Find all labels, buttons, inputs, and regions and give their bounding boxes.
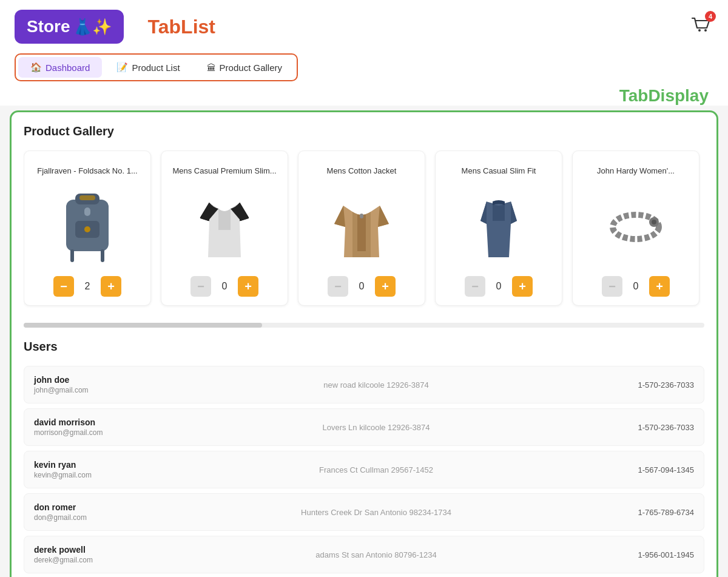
header: Store 👗✨ TabList 4 [0, 0, 728, 53]
product-image-1 [185, 187, 264, 266]
product-card-4: John Hardy Women'... − 0 + [572, 150, 699, 306]
user-name-3: don romer [34, 502, 143, 512]
tab-product-list-label: Product List [132, 62, 180, 73]
plus-btn-0[interactable]: + [101, 276, 121, 297]
user-email-2: kevin@gmail.com [34, 471, 143, 479]
product-image-2 [322, 187, 401, 266]
product-name-3: Mens Casual Slim Fit [462, 160, 536, 181]
user-email-1: morrison@gmail.com [34, 428, 143, 437]
user-phone-3: 1-765-789-6734 [609, 508, 694, 517]
product-list-icon: 📝 [116, 62, 128, 73]
tab-product-gallery-label: Product Gallery [220, 62, 282, 73]
minus-btn-4[interactable]: − [602, 276, 622, 297]
tab-display-label: TabDisplay [0, 81, 728, 106]
user-row-0: john doe john@gmail.com new road kilcool… [24, 366, 704, 403]
tab-product-list[interactable]: 📝 Product List [104, 57, 192, 78]
qty-value-1: 0 [217, 281, 232, 292]
users-section: Users john doe john@gmail.com new road k… [24, 340, 704, 577]
product-image-3 [459, 187, 538, 266]
user-info-4: derek powell derek@gmail.com [34, 545, 143, 564]
tab-product-gallery[interactable]: 🏛 Product Gallery [195, 57, 294, 78]
user-phone-2: 1-567-094-1345 [609, 465, 694, 474]
user-info-0: john doe john@gmail.com [34, 375, 143, 394]
user-row-4: derek powell derek@gmail.com adams St sa… [24, 536, 704, 573]
gallery-section: Product Gallery Fjallraven - Foldsack No… [24, 124, 704, 328]
user-phone-0: 1-570-236-7033 [609, 380, 694, 390]
tab-nav: 🏠 Dashboard 📝 Product List 🏛 Product Gal… [15, 53, 298, 81]
user-info-3: don romer don@gmail.com [34, 502, 143, 522]
plus-btn-2[interactable]: + [375, 276, 396, 297]
user-info-1: david morrison morrison@gmail.com [34, 417, 143, 437]
user-email-0: john@gmail.com [34, 386, 143, 394]
product-name-2: Mens Cotton Jacket [327, 160, 397, 181]
user-row-1: david morrison morrison@gmail.com Lovers… [24, 408, 704, 446]
product-gallery: Fjallraven - Foldsack No. 1... − [24, 150, 704, 313]
minus-btn-1[interactable]: − [190, 276, 211, 297]
backpack-svg [54, 191, 121, 263]
logo-text: Store [27, 17, 70, 36]
product-card-2: Mens Cotton Jacket − 0 + [298, 150, 425, 306]
longsleeve-svg [465, 191, 532, 263]
product-gallery-icon: 🏛 [207, 62, 216, 73]
product-card-0: Fjallraven - Foldsack No. 1... − [24, 150, 151, 306]
main-content: Product Gallery Fjallraven - Foldsack No… [10, 110, 718, 577]
qty-value-4: 0 [629, 281, 643, 292]
product-card-3: Mens Casual Slim Fit − 0 + [435, 150, 562, 306]
qty-row-0: − 2 + [53, 276, 121, 297]
svg-point-14 [652, 220, 656, 224]
tab-dashboard[interactable]: 🏠 Dashboard [18, 57, 102, 78]
user-email-4: derek@gmail.com [34, 556, 143, 564]
qty-row-1: − 0 + [190, 276, 258, 297]
qty-value-0: 2 [80, 281, 95, 292]
gallery-title: Product Gallery [24, 124, 704, 138]
user-name-2: kevin ryan [34, 460, 143, 470]
user-info-2: kevin ryan kevin@gmail.com [34, 460, 143, 479]
user-address-4: adams St san Antonio 80796-1234 [143, 550, 609, 559]
logo-emoji: 👗✨ [73, 18, 112, 36]
qty-row-2: − 0 + [328, 276, 396, 297]
plus-btn-1[interactable]: + [238, 276, 258, 297]
tab-dashboard-label: Dashboard [46, 62, 90, 73]
product-name-4: John Hardy Women'... [597, 160, 675, 181]
gallery-scrollbar[interactable] [24, 323, 704, 328]
shirt-svg [191, 191, 258, 263]
user-name-1: david morrison [34, 417, 143, 427]
user-row-2: kevin ryan kevin@gmail.com Frances Ct Cu… [24, 451, 704, 488]
cart-button[interactable]: 4 [689, 13, 713, 40]
plus-btn-3[interactable]: + [512, 276, 533, 297]
user-phone-1: 1-570-236-7033 [609, 423, 694, 432]
gallery-scrollbar-thumb [24, 323, 262, 328]
tab-list-label: TabList [148, 16, 215, 38]
minus-btn-3[interactable]: − [465, 276, 485, 297]
qty-value-3: 0 [491, 281, 506, 292]
user-row-3: don romer don@gmail.com Hunters Creek Dr… [24, 493, 704, 531]
jacket-svg [328, 191, 395, 263]
user-address-0: new road kilcoole 12926-3874 [143, 380, 609, 390]
svg-rect-10 [357, 215, 366, 251]
product-image-0 [48, 187, 127, 266]
minus-btn-0[interactable]: − [53, 276, 74, 297]
svg-point-1 [704, 29, 707, 32]
product-name-0: Fjallraven - Foldsack No. 1... [37, 160, 137, 181]
user-name-4: derek powell [34, 545, 143, 555]
qty-value-2: 0 [354, 281, 369, 292]
product-image-4 [596, 187, 675, 266]
cart-badge: 4 [705, 11, 716, 22]
user-name-0: john doe [34, 375, 143, 385]
bracelet-svg [602, 191, 669, 263]
minus-btn-2[interactable]: − [328, 276, 348, 297]
plus-btn-4[interactable]: + [649, 276, 670, 297]
user-address-1: Lovers Ln kilcoole 12926-3874 [143, 423, 609, 432]
user-phone-4: 1-956-001-1945 [609, 550, 694, 559]
svg-point-0 [698, 29, 701, 32]
user-email-3: don@gmail.com [34, 513, 143, 522]
tab-nav-wrapper: 🏠 Dashboard 📝 Product List 🏛 Product Gal… [0, 53, 728, 81]
svg-rect-9 [84, 208, 90, 216]
svg-rect-4 [79, 195, 95, 200]
users-title: Users [24, 340, 704, 354]
logo: Store 👗✨ [15, 10, 124, 44]
product-card-1: Mens Casual Premium Slim... − 0 + [161, 150, 288, 306]
svg-rect-11 [360, 214, 363, 218]
qty-row-4: − 0 + [602, 276, 670, 297]
product-name-1: Mens Casual Premium Slim... [172, 160, 276, 181]
